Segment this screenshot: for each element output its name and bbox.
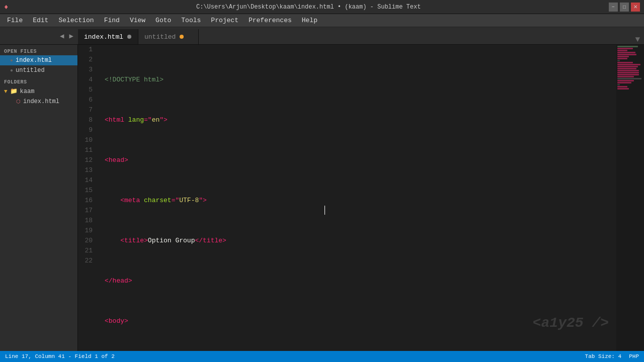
status-right: Tab Size: 4 PHP: [585, 353, 639, 359]
nav-back-button[interactable]: ◀: [58, 31, 66, 41]
mini-line: [617, 80, 634, 81]
menu-preferences[interactable]: Preferences: [244, 16, 297, 25]
menu-project[interactable]: Project: [206, 16, 244, 25]
sidebar-file-index[interactable]: ● index.html: [0, 55, 77, 65]
menu-edit[interactable]: Edit: [28, 16, 53, 25]
sidebar-file-name: index.html: [16, 57, 52, 64]
mini-line: [617, 88, 629, 89]
menu-file[interactable]: File: [2, 16, 28, 25]
maximize-button[interactable]: □: [620, 3, 629, 12]
code-line-7: <body>: [105, 316, 616, 326]
code-line-4: <meta charset="UTF-8">: [105, 196, 616, 206]
tree-file-name: index.html: [23, 98, 59, 105]
mini-line: [617, 52, 635, 53]
code-line-1: <!DOCTYPE html>: [105, 75, 616, 85]
code-line-6: </head>: [105, 276, 616, 286]
tab-overflow-button[interactable]: ▼: [631, 35, 644, 44]
mini-line: [617, 50, 627, 51]
folder-icon-box: 📁: [10, 87, 18, 95]
mini-line: [617, 78, 641, 79]
minimize-button[interactable]: −: [609, 3, 618, 12]
mini-line: [617, 84, 620, 85]
menu-goto[interactable]: Goto: [150, 16, 176, 25]
minimap: [616, 45, 644, 351]
status-tab-size[interactable]: Tab Size: 4: [585, 353, 622, 359]
tab-bar: ◀ ▶ index.html untitled ▼: [0, 27, 644, 45]
mini-line: [617, 56, 629, 57]
mini-line: [617, 62, 633, 63]
menu-view[interactable]: View: [125, 16, 150, 25]
mini-line: [617, 54, 636, 55]
tab-label: untitled: [144, 33, 176, 41]
code-line-5: <title>Option Group</title>: [105, 236, 616, 246]
sidebar: OPEN FILES ● index.html ● untitled FOLDE…: [0, 45, 78, 351]
open-files-label: OPEN FILES: [0, 45, 77, 55]
tab-saved-indicator: [127, 35, 131, 39]
mini-line: [617, 46, 638, 47]
sidebar-file-untitled[interactable]: ● untitled: [0, 65, 77, 75]
menu-bar: File Edit Selection Find View Goto Tools…: [0, 14, 644, 27]
status-position[interactable]: Line 17, Column 41 - Field 1 of 2: [5, 353, 115, 359]
title-bar: ♦ C:\Users\Arjun\Desktop\kaam\index.html…: [0, 0, 644, 14]
mini-line: [617, 48, 633, 49]
sidebar-folder-kaam[interactable]: ▼ 📁 kaam: [0, 86, 77, 97]
mini-line: [617, 66, 638, 67]
mini-line: [617, 86, 627, 87]
editor[interactable]: 1 2 3 4 5 6 7 8 9 10 11 12 13 14 15 16 1…: [78, 45, 644, 351]
status-bar: Line 17, Column 41 - Field 1 of 2 Tab Si…: [0, 351, 644, 362]
app-icon: ♦: [4, 3, 8, 11]
folders-label: FOLDERS: [0, 75, 77, 86]
title-bar-title: C:\Users\Arjun\Desktop\kaam\index.html •…: [8, 4, 609, 11]
menu-tools[interactable]: Tools: [176, 16, 206, 25]
folder-name: kaam: [20, 88, 35, 95]
line-numbers: 1 2 3 4 5 6 7 8 9 10 11 12 13 14 15 16 1…: [78, 45, 101, 351]
mini-line: [617, 58, 627, 59]
mini-line: [617, 82, 631, 83]
sidebar-file-name: untitled: [16, 67, 45, 74]
tab-unsaved-indicator: [180, 35, 184, 39]
mini-line: [617, 76, 634, 77]
code-line-3: <head>: [105, 155, 616, 165]
nav-forward-button[interactable]: ▶: [67, 31, 75, 41]
html-file-icon: ⬡: [16, 99, 21, 105]
main-area: OPEN FILES ● index.html ● untitled FOLDE…: [0, 45, 644, 351]
code-editor[interactable]: <!DOCTYPE html> <html lang="en"> <head> …: [101, 45, 616, 351]
menu-find[interactable]: Find: [99, 16, 125, 25]
mini-line: [617, 70, 639, 71]
file-icon: ●: [10, 58, 13, 63]
folder-icon: ▼: [4, 88, 8, 95]
status-file-type[interactable]: PHP: [629, 353, 639, 359]
mini-line: [617, 72, 639, 73]
menu-selection[interactable]: Selection: [53, 16, 99, 25]
mini-line: [617, 74, 639, 75]
tab-untitled[interactable]: untitled: [138, 29, 199, 44]
status-left: Line 17, Column 41 - Field 1 of 2: [5, 353, 115, 359]
mini-line: [617, 60, 620, 61]
tab-label: index.html: [84, 33, 123, 41]
tab-index-html[interactable]: index.html: [78, 29, 138, 44]
cursor: [325, 206, 325, 215]
sidebar-tree-file-index[interactable]: ⬡ index.html: [0, 97, 77, 107]
mini-line: [617, 68, 636, 69]
code-line-2: <html lang="en">: [105, 115, 616, 125]
title-bar-controls: − □ ✕: [609, 3, 640, 12]
minimap-content: [616, 45, 644, 91]
menu-help[interactable]: Help: [297, 16, 323, 25]
close-button[interactable]: ✕: [631, 3, 640, 12]
title-bar-left: ♦: [4, 3, 8, 11]
file-icon: ●: [10, 68, 13, 73]
mini-line: [617, 64, 640, 65]
